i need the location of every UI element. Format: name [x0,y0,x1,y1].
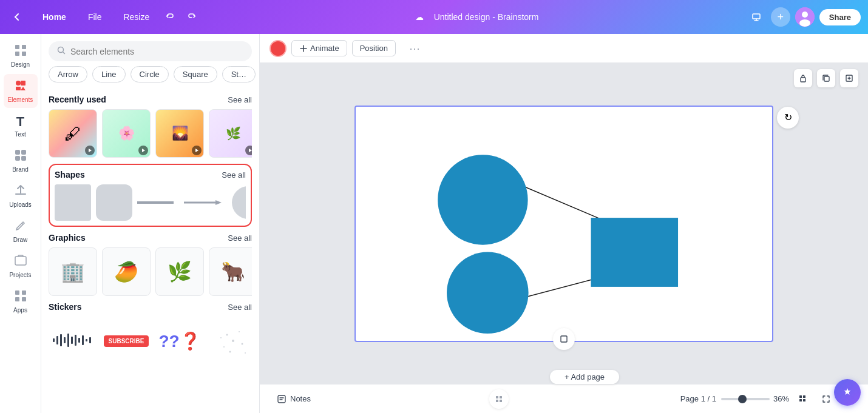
shapes-section-wrapper: Shapes See all [49,164,252,227]
sticker-item-3[interactable]: ??❓ [155,317,204,365]
notes-label: Notes [290,394,311,403]
svg-rect-9 [21,81,25,86]
zoom-slider[interactable] [721,398,770,400]
shape-square-item[interactable] [55,184,91,221]
tag-line[interactable]: Line [92,66,126,82]
svg-point-39 [232,340,234,342]
add-collaborator-button[interactable]: + [771,7,790,27]
back-button[interactable] [7,7,27,27]
magic-assistant-button[interactable] [834,379,861,406]
shape-circle-item[interactable] [232,186,246,219]
present-button[interactable] [747,7,766,27]
svg-rect-0 [753,14,760,19]
lock-button[interactable] [794,69,812,87]
sidebar-item-elements[interactable]: Elements [4,74,38,108]
tag-circle[interactable]: Circle [131,66,169,82]
shape-rounded-rect [96,184,132,221]
svg-rect-18 [22,290,26,295]
sidebar-item-draw[interactable]: Draw [4,214,38,248]
graphics-header: Graphics See all [49,233,252,243]
shapes-see-all[interactable]: See all [222,170,246,180]
tag-square[interactable]: Square [174,66,217,82]
svg-rect-10 [16,87,21,90]
recently-item-1[interactable]: 🖋 [49,109,97,158]
share-button[interactable]: Share [819,9,861,25]
sidebar-item-projects[interactable]: Projects [4,249,38,283]
add-page-button[interactable]: + Add page [550,370,619,384]
file-button[interactable]: File [82,8,108,25]
search-input[interactable] [70,47,243,56]
tag-star[interactable]: St… [222,66,256,82]
tag-arrow[interactable]: Arrow [49,66,87,82]
canvas-frame[interactable]: ↻ [354,106,773,342]
sidebar-item-design[interactable]: Design [4,39,38,73]
sidebar-item-apps[interactable]: Apps [4,284,38,318]
add-page-icon-button[interactable] [840,69,858,87]
shapes-section: Shapes See all [49,164,252,227]
position-button[interactable]: Position [352,40,396,56]
svg-point-45 [245,352,246,354]
grid-view-button[interactable] [794,390,812,408]
projects-icon [14,254,27,270]
svg-marker-22 [89,149,92,152]
color-picker-button[interactable] [270,40,287,57]
sticker-item-1[interactable] [49,317,97,365]
shape-arrow-item[interactable] [178,198,227,207]
svg-rect-63 [799,399,802,401]
sticker-item-4[interactable] [209,317,252,365]
sub-toolbar: Animate Position ⋯ [260,34,868,63]
fullscreen-button[interactable] [817,390,835,408]
stickers-see-all[interactable]: See all [228,303,252,312]
zoom-thumb[interactable] [738,395,747,403]
user-avatar[interactable] [795,7,815,27]
sidebar-item-text[interactable]: T Text [4,109,38,143]
svg-rect-60 [500,400,502,402]
show-pages-button[interactable] [553,328,575,350]
redo-button[interactable] [182,7,202,27]
graphic-item-2[interactable]: 🥭 [102,247,151,296]
shapes-header: Shapes See all [55,170,246,180]
notes-button[interactable]: Notes [270,391,318,408]
pages-overview-button[interactable] [489,389,509,409]
shapes-title: Shapes [55,170,85,180]
graphic-item-4[interactable]: 🐂 [209,247,252,296]
svg-rect-15 [21,156,26,161]
duplicate-button[interactable] [817,69,835,87]
sidebar-item-uploads[interactable]: Uploads [4,179,38,213]
undo-button[interactable] [160,7,180,27]
svg-rect-12 [15,150,20,155]
home-button[interactable]: Home [36,8,72,25]
subscribe-sticker: SUBSCRIBE [104,335,149,347]
shape-rounded-item[interactable] [96,184,132,221]
more-options-button[interactable]: ⋯ [401,39,420,58]
sidebar-item-brand[interactable]: Brand [4,144,38,178]
canvas-workspace[interactable]: ↻ [260,63,868,384]
svg-rect-62 [803,395,805,398]
brand-icon [14,149,27,165]
svg-rect-32 [67,334,69,347]
elements-panel: Arrow Line Circle Square St… Recently us… [41,34,260,413]
recently-item-4[interactable]: 🌿 [209,109,252,158]
canvas-refresh-button[interactable]: ↻ [777,107,799,129]
search-input-wrap [49,41,252,61]
graphic-item-1[interactable]: 🏢 [49,247,97,296]
recently-used-grid: 🖋 🌸 🌄 🌿 [49,109,252,158]
sidebar-item-label-draw: Draw [13,237,27,243]
recently-item-2[interactable]: 🌸 [102,109,151,158]
panel-content: Recently used See all 🖋 🌸 🌄 [41,89,259,413]
svg-marker-27 [215,200,222,205]
graphic-item-3[interactable]: 🌿 [155,247,204,296]
animate-button[interactable]: Animate [291,40,347,56]
svg-point-41 [239,331,240,332]
svg-rect-5 [22,45,26,49]
page-strip [553,328,575,350]
recently-used-see-all[interactable]: See all [228,95,252,104]
svg-rect-28 [53,338,55,342]
sidebar-item-label-elements: Elements [8,96,33,103]
shape-line-item[interactable] [137,201,174,204]
elements-icon [14,79,27,95]
graphics-see-all[interactable]: See all [228,233,252,243]
recently-item-3[interactable]: 🌄 [155,109,204,158]
resize-button[interactable]: Resize [117,8,155,25]
sticker-item-2[interactable]: SUBSCRIBE [102,317,151,365]
